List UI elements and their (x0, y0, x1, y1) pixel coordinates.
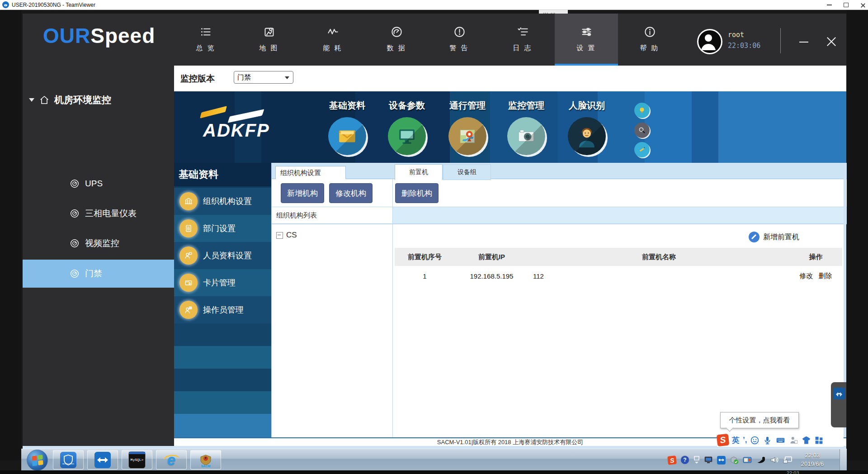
sidebar-item-access-control[interactable]: 门禁 (23, 260, 174, 288)
pencil-circle-icon (749, 232, 760, 242)
menu-item-personnel[interactable]: 人员资料设置 (174, 242, 271, 269)
tab-device-group[interactable]: 设备组 (443, 164, 491, 180)
tab-org-settings[interactable]: 组织机构设置 (275, 166, 346, 180)
tray-network-icon[interactable] (783, 456, 793, 464)
handwriting-person-icon[interactable] (789, 436, 798, 445)
nav-data[interactable]: 数 据 (374, 14, 419, 66)
add-front-machine-link[interactable]: 新增前置机 (749, 232, 799, 242)
magnifier-icon[interactable] (634, 123, 650, 138)
tray-card-reader-icon[interactable] (743, 456, 752, 464)
version-label: 监控版本 (180, 73, 215, 85)
menu-item-operator[interactable]: 操作员管理 (174, 296, 271, 323)
sidebar-item-ups[interactable]: UPS (23, 170, 174, 198)
nav-help[interactable]: 帮 助 (627, 14, 672, 66)
person-card-icon (179, 246, 198, 265)
teamviewer-app-icon (94, 452, 111, 468)
emoji-icon[interactable] (750, 436, 760, 445)
nav-alert[interactable]: 警 告 (437, 14, 482, 66)
org-tree-node-cs[interactable]: CS (276, 231, 297, 240)
teamviewer-side-panel-handle[interactable] (831, 382, 846, 427)
bulb-icon[interactable] (634, 103, 650, 118)
menu-title: 基础资料 (174, 163, 271, 186)
toolbox-grid-icon[interactable] (814, 436, 824, 445)
menu-item-card-management[interactable]: 卡片管理 (174, 269, 271, 296)
start-button[interactable] (27, 450, 48, 471)
version-bar: 监控版本 门禁 (174, 66, 846, 91)
module-basic-data[interactable]: 基础资料 (322, 100, 372, 155)
nav-settings[interactable]: 设 置 (555, 14, 618, 66)
nav-energy[interactable]: 能 耗 (310, 14, 355, 66)
sidebar-item-power-meter[interactable]: 三相电量仪表 (23, 199, 174, 228)
gauge-icon (391, 26, 403, 38)
sidebar-root-node[interactable]: 机房环境监控 (29, 94, 111, 106)
tray-volume-icon[interactable] (770, 456, 779, 464)
tree-collapse-icon[interactable] (276, 232, 283, 239)
row-delete-link[interactable]: 删除 (819, 272, 832, 280)
module-pass-management[interactable]: 通行管理 (443, 100, 492, 155)
tab-front-machine[interactable]: 前置机 (395, 164, 443, 180)
col-header-seq: 前置机序号 (395, 248, 455, 266)
ourspeed-app-window: OURSpeed 总 览 地 图 能 耗 (23, 14, 846, 449)
tray-computer-icon[interactable] (704, 456, 713, 464)
sogou-tooltip[interactable]: 个性设置，点我看看 (720, 412, 799, 428)
taskbar-app-sacm[interactable]: SACM (190, 450, 221, 469)
taskbar-app-mysql[interactable]: MySQL> (122, 450, 152, 469)
module-device-params[interactable]: 设备参数 (382, 100, 432, 155)
titlebar-maximize-icon[interactable] (844, 3, 849, 7)
screen-bottom-sliver: 22:03 (0, 470, 868, 474)
keyboard-icon[interactable] (775, 436, 786, 445)
version-select[interactable]: 门禁 (234, 71, 293, 84)
titlebar-minimize-icon[interactable] (827, 5, 832, 5)
row-edit-link[interactable]: 修改 (800, 272, 813, 280)
menu-item-org-settings[interactable]: 组织机构设置 (174, 188, 271, 215)
sogou-input-bar: S 英 ’, (717, 433, 844, 447)
show-desktop-button[interactable] (840, 449, 847, 471)
pencil-icon[interactable] (634, 142, 650, 157)
nav-map[interactable]: 地 图 (246, 14, 292, 66)
app-close-icon[interactable] (826, 36, 836, 46)
tray-audio-device-icon[interactable] (756, 456, 766, 465)
taskbar-app-teamviewer[interactable] (87, 450, 118, 469)
user-avatar[interactable] (697, 29, 722, 54)
tray-expand-icon[interactable] (693, 456, 700, 464)
nav-log[interactable]: 日 志 (500, 14, 545, 66)
sidebar-item-video[interactable]: 视频监控 (23, 229, 174, 257)
envelope-icon (328, 117, 366, 155)
teamviewer-icon (833, 388, 845, 399)
windows-flag-icon (32, 455, 43, 466)
workspace: 组织机构设置 新增机构 修改机构 删除机构 组织机构列表 CS 前置机 (271, 163, 846, 437)
microphone-icon[interactable] (763, 436, 772, 445)
gauge-icon (70, 269, 80, 279)
tray-sogou-icon[interactable]: S (667, 455, 677, 465)
taskbar-app-ie[interactable]: e (156, 450, 187, 469)
module-monitor-management[interactable]: 监控管理 (501, 100, 551, 155)
version-select-value: 门禁 (237, 73, 251, 82)
module-banner: ADKFP 基础资料 设备参数 (174, 91, 846, 163)
internet-explorer-icon: e (163, 452, 179, 468)
tray-installer-icon[interactable] (730, 456, 739, 465)
nav-overview[interactable]: 总 览 (183, 14, 228, 66)
menu-item-department[interactable]: 部门设置 (174, 215, 271, 242)
taskbar-clock[interactable]: 22:03 2019/6/6 (794, 451, 830, 468)
tray-teamviewer-icon[interactable] (717, 456, 726, 465)
edit-org-button[interactable]: 修改机构 (329, 183, 373, 203)
add-org-button[interactable]: 新增机构 (281, 183, 324, 203)
gauge-icon (70, 209, 80, 218)
map-icon (263, 26, 275, 38)
titlebar-close-icon[interactable] (860, 3, 865, 8)
header-divider (780, 28, 781, 53)
taskbar-app-monitoring[interactable]: MONITORING (53, 450, 84, 469)
skin-shirt-icon[interactable] (802, 436, 811, 445)
app-header: OURSpeed 总 览 地 图 能 耗 (23, 14, 846, 66)
sacm-app-icon: SACM (198, 452, 214, 468)
delete-org-button[interactable]: 删除机构 (395, 183, 439, 203)
module-face-recognition[interactable]: 人脸识别 (562, 100, 612, 155)
sogou-logo[interactable]: S (717, 434, 730, 447)
bank-icon (179, 192, 198, 210)
sogou-lang-toggle[interactable]: 英 (732, 435, 740, 446)
tray-help-icon[interactable]: ? (680, 455, 689, 465)
username: root (728, 31, 760, 39)
dropdown-arrow-icon (285, 76, 289, 81)
app-minimize-icon[interactable] (799, 42, 808, 43)
sogou-punct-toggle[interactable]: ’, (743, 436, 747, 445)
